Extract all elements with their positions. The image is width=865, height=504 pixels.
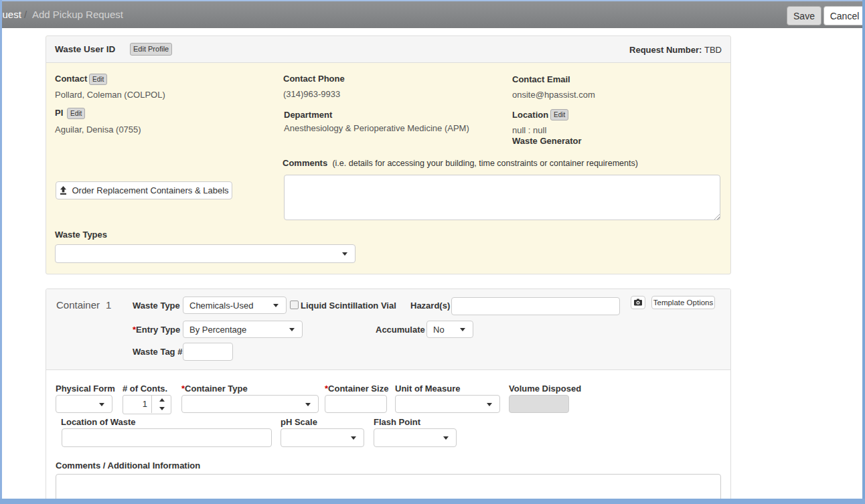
chevron-down-icon bbox=[443, 436, 449, 440]
breadcrumb-current: Add Pickup Request bbox=[32, 1, 123, 28]
location-label: Location bbox=[512, 110, 548, 120]
chevron-down-icon bbox=[273, 304, 279, 307]
entry-type-label: *Entry Type bbox=[133, 325, 180, 335]
window-border-bottom bbox=[0, 499, 865, 504]
contact-value: Pollard, Coleman (COLPOL) bbox=[55, 90, 165, 100]
hazards-input[interactable] bbox=[451, 297, 620, 315]
comments-textarea[interactable] bbox=[284, 175, 720, 220]
location-value: null : null bbox=[512, 125, 546, 135]
contact-phone-label: Contact Phone bbox=[283, 74, 345, 84]
pi-value: Aguilar, Denisa (0755) bbox=[55, 124, 141, 135]
container-panel: Container1 Waste Type Chemicals-Used Liq… bbox=[46, 288, 731, 504]
top-toolbar: Request / Add Pickup Request Save Cancel bbox=[0, 1, 865, 28]
template-options-button[interactable]: Template Options bbox=[651, 296, 715, 309]
stepper-up-icon[interactable] bbox=[152, 396, 171, 404]
department-value: Anesthesiology & Perioperative Medicine … bbox=[284, 123, 469, 133]
ph-scale-label: pH Scale bbox=[281, 417, 317, 427]
waste-user-panel: Waste User ID Edit Profile Request Numbe… bbox=[46, 35, 731, 274]
cancel-button[interactable]: Cancel bbox=[823, 6, 865, 25]
contact-label: Contact bbox=[55, 74, 87, 84]
container-type-select[interactable] bbox=[181, 395, 319, 413]
lsv-checkbox[interactable] bbox=[290, 301, 299, 309]
chevron-down-icon bbox=[289, 328, 295, 331]
camera-button[interactable] bbox=[631, 296, 645, 309]
save-button[interactable]: Save bbox=[787, 6, 821, 25]
contact-phone-value: (314)963-9933 bbox=[283, 89, 340, 99]
pi-edit-button[interactable]: Edit bbox=[67, 108, 85, 119]
contact-email-value: onsite@hpassist.com bbox=[512, 90, 595, 100]
volume-disposed-label: Volume Disposed bbox=[509, 384, 581, 394]
department-label: Department bbox=[284, 110, 332, 120]
waste-type-label: Waste Type bbox=[133, 301, 180, 311]
hazards-label: Hazard(s) bbox=[410, 301, 450, 311]
container-size-input[interactable] bbox=[325, 395, 387, 413]
waste-tag-input[interactable] bbox=[183, 343, 233, 361]
window-border-top bbox=[0, 0, 865, 1]
waste-types-label: Waste Types bbox=[55, 230, 107, 240]
chevron-down-icon bbox=[487, 403, 492, 406]
lsv-label: Liquid Scintillation Vial bbox=[301, 301, 396, 311]
pi-label: PI bbox=[55, 108, 63, 118]
panel-title: Waste User ID bbox=[55, 44, 115, 54]
location-edit-button[interactable]: Edit bbox=[550, 109, 568, 120]
chevron-down-icon bbox=[460, 328, 465, 331]
waste-types-select[interactable] bbox=[55, 244, 356, 263]
upload-icon bbox=[59, 185, 72, 195]
accumulate-label: Accumulate bbox=[376, 325, 425, 335]
request-number-value: TBD bbox=[704, 45, 722, 55]
physical-form-select[interactable] bbox=[56, 395, 112, 413]
container-title: Container1 bbox=[56, 299, 111, 311]
chevron-down-icon bbox=[342, 252, 347, 256]
waste-tag-label: Waste Tag # bbox=[133, 347, 182, 357]
camera-icon bbox=[634, 298, 642, 308]
chevron-down-icon bbox=[99, 403, 104, 406]
window-border-right bbox=[862, 0, 865, 504]
contact-email-label: Contact Email bbox=[512, 74, 570, 84]
container-size-label: *Container Size bbox=[325, 384, 388, 394]
flash-point-select[interactable] bbox=[374, 428, 457, 447]
location-of-waste-label: Location of Waste bbox=[61, 417, 135, 427]
location-of-waste-input[interactable] bbox=[62, 428, 272, 447]
ph-scale-select[interactable] bbox=[281, 428, 364, 447]
unit-of-measure-select[interactable] bbox=[395, 395, 500, 413]
chevron-down-icon bbox=[305, 403, 311, 406]
request-number: Request Number: TBD bbox=[629, 45, 722, 55]
comments-label: Comments (i.e. details for accessing you… bbox=[283, 158, 638, 168]
entry-type-select[interactable]: By Percentage bbox=[183, 321, 303, 338]
flash-point-label: Flash Point bbox=[374, 417, 420, 427]
container-number: 1 bbox=[106, 299, 111, 311]
breadcrumb-previous-link[interactable]: Request bbox=[0, 1, 21, 28]
num-conts-input[interactable] bbox=[123, 395, 151, 413]
waste-type-select[interactable]: Chemicals-Used bbox=[183, 297, 287, 314]
chevron-down-icon bbox=[351, 436, 356, 440]
contact-edit-button[interactable]: Edit bbox=[89, 74, 107, 85]
request-number-label: Request Number: bbox=[629, 45, 702, 55]
container-comments-label: Comments / Additional Information bbox=[56, 460, 200, 471]
accumulate-select[interactable]: No bbox=[426, 321, 473, 338]
breadcrumb-separator: / bbox=[24, 1, 27, 28]
container-type-label: *Container Type bbox=[181, 384, 248, 394]
comments-hint: (i.e. details for accessing your buildin… bbox=[332, 159, 637, 168]
container-panel-header: Container1 Waste Type Chemicals-Used Liq… bbox=[46, 289, 730, 370]
volume-disposed-input bbox=[509, 395, 569, 413]
app-window: Request / Add Pickup Request Save Cancel… bbox=[0, 0, 865, 504]
waste-generator-label: Waste Generator bbox=[512, 136, 582, 146]
physical-form-label: Physical Form bbox=[56, 384, 115, 394]
unit-of-measure-label: Unit of Measure bbox=[395, 384, 461, 394]
stepper-down-icon[interactable] bbox=[152, 404, 171, 413]
window-border-left bbox=[0, 0, 2, 504]
edit-profile-button[interactable]: Edit Profile bbox=[130, 43, 172, 56]
num-conts-label: # of Conts. bbox=[123, 384, 167, 394]
waste-user-panel-header: Waste User ID Edit Profile Request Numbe… bbox=[46, 36, 730, 63]
order-replacement-button[interactable]: Order Replacement Containers & Labels bbox=[56, 181, 232, 199]
